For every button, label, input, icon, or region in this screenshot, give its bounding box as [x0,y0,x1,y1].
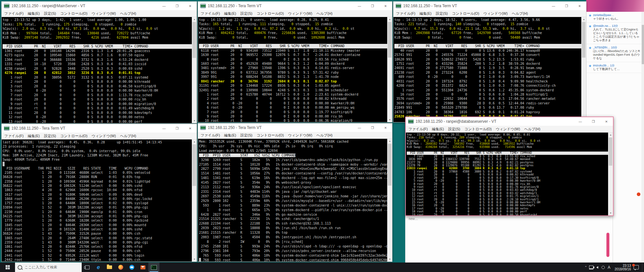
menu-item[interactable]: ファイル(F) [396,11,415,16]
minimize-button[interactable]: — [547,2,560,10]
maximize-button[interactable]: ❐ [560,2,573,10]
star-icon[interactable]: ★ [588,24,592,42]
window-titlebar[interactable]: 192.168.11.250 - Tera Term VT—❐✕ [198,123,392,132]
window-titlebar[interactable]: 192.168.11.250 - Tera Term VT—❐✕ [393,2,586,10]
terminal-scrollbar[interactable]: ▲▼ [192,17,197,123]
menu-item[interactable]: ウィンドウ(W) [92,134,116,138]
browser-scrollbar-thumb[interactable] [642,25,644,64]
scroll-down-icon[interactable]: ▼ [608,211,613,215]
terminal-scrollbar[interactable]: ▲▼ [608,133,613,215]
menu-item[interactable]: 編集(E) [224,133,236,138]
terminal-scrollbar[interactable]: ▲▼ [387,17,392,122]
minimize-button[interactable]: — [157,124,171,133]
scrollbar-thumb[interactable] [388,144,391,186]
menu-item[interactable]: コントロール(O) [464,127,491,132]
menu-item[interactable]: コントロール(O) [256,133,284,138]
menu-item[interactable]: 編集(E) [432,127,444,132]
menu-item[interactable]: 設定(S) [44,134,56,138]
close-button[interactable]: ✕ [379,2,392,10]
menu-item[interactable]: ヘルプ(H) [120,134,136,138]
close-button[interactable]: ✕ [573,2,586,10]
scrollbar-thumb[interactable] [582,22,586,58]
search-input[interactable]: ここに入力して検索 [15,263,82,272]
menu-item[interactable]: コントロール(O) [60,134,87,138]
taskbar-item-twitter[interactable] [126,263,137,272]
menu-item[interactable]: ファイル(F) [4,134,24,138]
maximize-button[interactable]: ❐ [366,2,379,10]
show-desktop-button[interactable] [642,263,644,272]
maximize-button[interactable]: ❐ [587,117,600,126]
scrollbar-thumb[interactable] [609,137,612,166]
menu-item[interactable]: ヘルプ(H) [524,127,540,132]
close-button[interactable]: ✕ [184,2,197,10]
window-titlebar[interactable]: 192.168.11.250 - ranpei@databaseserver -… [406,117,613,126]
menu-item[interactable]: ウィンドウ(W) [288,11,312,16]
teraterm-window-mainserver[interactable]: 192.168.11.250 - ranpei@MainServer - VT—… [1,1,197,123]
menu-item[interactable]: コントロール(O) [60,11,87,16]
menu-item[interactable]: 編集(E) [420,11,432,16]
task-view-button[interactable] [82,263,93,272]
pen-icon[interactable] [600,263,606,272]
menu-item[interactable]: ヘルプ(H) [317,11,333,16]
teraterm-window-misskey[interactable]: 192.168.11.250 - Tera Term VT—❐✕ファイル(F)編… [198,1,392,122]
minimize-button[interactable]: — [157,2,171,10]
menu-item[interactable]: ファイル(F) [201,133,220,138]
teraterm-window-freebsd[interactable]: 192.168.11.250 - Tera Term VT—❐✕ファイル(F)編… [1,124,197,262]
browser-scrollbar[interactable] [641,12,644,263]
menu-item[interactable]: ファイル(F) [408,127,428,132]
feed-item[interactable]: ★zerietta@paw…ャラ好きゃいねん。 [586,12,644,23]
menu-item[interactable]: ファイル(F) [4,11,24,16]
menu-item[interactable]: ウィンドウ(W) [496,127,520,132]
scrollbar-thumb[interactable] [192,22,196,58]
menu-item[interactable]: 設定(S) [448,127,460,132]
menu-item[interactable]: 設定(S) [44,11,56,16]
teraterm-window-databaseserver[interactable]: 192.168.11.250 - ranpei@databaseserver -… [405,117,614,216]
tray-clock[interactable]: 23:13 2018/09/16 [612,264,634,271]
taskbar-item-mail[interactable] [137,263,148,272]
window-titlebar[interactable]: 192.168.11.250 - ranpei@MainServer - VT—… [2,2,197,10]
scroll-down-icon[interactable]: ▼ [192,118,197,123]
menu-item[interactable]: コントロール(O) [452,11,479,16]
maximize-button[interactable]: ❐ [171,2,184,10]
scrollbar-thumb[interactable] [192,144,196,186]
teraterm-window-rancheros[interactable]: 192.168.11.250 - Tera Term VT—❐✕ファイル(F)編… [198,123,392,262]
menu-item[interactable]: コントロール(O) [256,11,284,16]
scroll-up-icon[interactable]: ▲ [388,17,392,22]
menu-item[interactable]: ヘルプ(H) [120,11,136,16]
menu-item[interactable]: ヘルプ(H) [512,11,528,16]
taskbar-item-file-explorer[interactable] [104,263,115,272]
maximize-button[interactable]: ❐ [366,123,379,132]
close-button[interactable]: ✕ [184,124,197,133]
scroll-up-icon[interactable]: ▲ [192,139,197,144]
scroll-up-icon[interactable]: ▲ [192,17,197,22]
tray-expand-icon[interactable]: ⌃ [583,265,588,269]
star-icon[interactable]: ★ [588,64,592,71]
teraterm-window-rancher[interactable]: 192.168.11.250 - Tera Term VT—❐✕ファイル(F)編… [393,1,586,122]
terminal-scrollbar[interactable]: ▲▼ [581,17,586,122]
menu-item[interactable]: ヘルプ(H) [317,133,333,138]
menu-item[interactable]: ウィンドウ(W) [92,11,116,16]
menu-item[interactable]: 設定(S) [240,11,253,16]
menu-item[interactable]: 設定(S) [240,133,253,138]
start-button[interactable] [0,263,15,272]
taskbar-item-firefox[interactable] [115,263,126,272]
star-icon[interactable]: ★ [588,46,592,60]
scroll-down-icon[interactable]: ▼ [192,257,197,262]
minimize-button[interactable]: — [353,123,366,132]
menu-item[interactable]: 編集(E) [224,11,236,16]
feed-item[interactable]: ★@mstdn.ne… 13分入れて、TLS1.2にして定Cnginxモビルい … [586,23,644,44]
scroll-down-icon[interactable]: ▼ [388,118,392,122]
scroll-up-icon[interactable]: ▲ [582,17,586,22]
menu-item[interactable]: ファイル(F) [201,11,220,16]
menu-item[interactable]: ウィンドウ(W) [288,133,312,138]
feed-item[interactable]: ★imizuku39… 1分して下敷調子して… [586,62,644,73]
scrollbar-thumb[interactable] [388,22,391,58]
scroll-down-icon[interactable]: ▼ [388,257,392,262]
scroll-up-icon[interactable]: ▲ [388,139,392,143]
close-button[interactable]: ✕ [600,117,613,126]
scroll-up-icon[interactable]: ▲ [608,133,613,137]
ime-indicator[interactable]: A [606,265,612,270]
action-center-icon[interactable] [634,265,639,269]
menu-item[interactable]: 編集(E) [28,11,40,16]
minimize-button[interactable]: — [353,2,366,10]
